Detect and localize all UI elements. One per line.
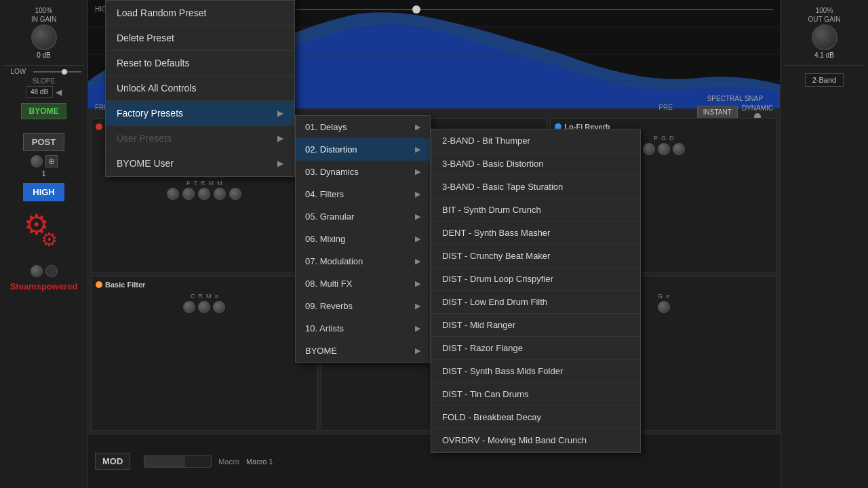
- mixing-arrow: ▶: [415, 235, 420, 243]
- plugin-name-basicfilter: Basic Filter: [105, 281, 145, 289]
- menu-user-presets[interactable]: User Presets ▶: [106, 126, 294, 151]
- menu-load-random[interactable]: Load Random Preset: [106, 1, 294, 26]
- pct-left: 100%: [35, 7, 53, 14]
- bf-k3[interactable]: [213, 301, 225, 313]
- mix-g: G: [658, 293, 663, 300]
- preset-dist-tin-can[interactable]: DIST - Tin Can Drums: [431, 383, 640, 406]
- preset-bit-thumper[interactable]: 2-BAND - Bit Thumper: [431, 129, 640, 152]
- out-gain-label: OUT GAIN: [808, 16, 840, 23]
- mini-k1[interactable]: [167, 188, 179, 200]
- submenu-categories: 01. Delays ▶ 02. Distortion ▶ 03. Dynami…: [295, 115, 431, 363]
- preset-dist-razor[interactable]: DIST - Razor Flange: [431, 337, 640, 360]
- mix-eq: ≡: [666, 293, 669, 300]
- out-gain-db: 4.1 dB: [814, 52, 834, 59]
- menu-unlock-controls[interactable]: Unlock All Controls: [106, 76, 294, 101]
- preset-dent-synth-bass[interactable]: DENT - Synth Bass Masher: [431, 222, 640, 245]
- preset-bit-synth-drum[interactable]: BIT - Synth Drum Crunch: [431, 199, 640, 222]
- left-panel: 100% IN GAIN 0 dB LOW SLOPE 48 dB ◀ BYOM…: [0, 0, 88, 488]
- cat-dynamics[interactable]: 03. Dynamics ▶: [296, 161, 430, 183]
- menu-factory-presets[interactable]: Factory Presets ▶: [106, 101, 294, 126]
- post-button[interactable]: POST: [23, 133, 64, 151]
- circle-control-2[interactable]: [31, 265, 43, 277]
- lofireverb-d: D: [669, 135, 674, 142]
- granular-arrow: ▶: [415, 212, 420, 221]
- left-number: 1: [41, 169, 45, 178]
- cat-filters[interactable]: 04. Filters ▶: [296, 183, 430, 205]
- pct-right: 100%: [816, 7, 833, 14]
- reverbs-arrow: ▶: [415, 302, 420, 310]
- preset-basic-distortion[interactable]: 3-BAND - Basic Distortion: [431, 152, 640, 176]
- preset-basic-tape[interactable]: 3-BAND - Basic Tape Sturation: [431, 176, 640, 199]
- dynamic-label: DYNAMIC: [742, 104, 773, 112]
- mix-k1[interactable]: [658, 301, 670, 313]
- band-label[interactable]: 2-Band: [805, 73, 844, 87]
- cat-mixing[interactable]: 06. Mixing ▶: [296, 228, 430, 250]
- right-panel: 100% OUT GAIN 4.1 dB 2-Band: [780, 0, 868, 488]
- bf-eq: ≡: [214, 293, 218, 300]
- lofireverb-k3[interactable]: [673, 143, 685, 155]
- dynamics-arrow: ▶: [415, 167, 420, 176]
- steam-logo-left: Steamspowered: [10, 281, 78, 291]
- preset-dist-low-end[interactable]: DIST - Low End Drum Filth: [431, 291, 640, 314]
- slope-arrow[interactable]: ◀: [56, 87, 62, 97]
- mod-label[interactable]: MOD: [95, 453, 130, 470]
- lofireverb-p: P: [654, 135, 658, 142]
- user-presets-arrow: ▶: [277, 134, 283, 143]
- high-slider-thumb[interactable]: [412, 5, 420, 14]
- bf-r: R: [198, 293, 203, 300]
- context-menu: Load Random Preset Delete Preset Reset t…: [105, 0, 295, 177]
- slope-title: SLOPE: [33, 77, 55, 85]
- cat-delays[interactable]: 01. Delays ▶: [296, 116, 430, 138]
- in-gain-knob[interactable]: [31, 24, 57, 50]
- bf-k1[interactable]: [183, 301, 195, 313]
- out-gain-knob[interactable]: [812, 24, 837, 50]
- bf-k2[interactable]: [198, 301, 210, 313]
- preset-dist-synth-bass[interactable]: DIST - Synth Bass Mids Folder: [431, 360, 640, 383]
- cat-byome[interactable]: BYOME ▶: [296, 340, 430, 362]
- circle-control-1[interactable]: [31, 155, 43, 167]
- lofireverb-k1[interactable]: [643, 143, 655, 155]
- byome-button[interactable]: BYOME: [21, 103, 66, 119]
- preset-ovrdrv-moving[interactable]: OVRDRV - Moving Mid Band Crunch: [431, 429, 640, 452]
- menu-byome-user[interactable]: BYOME User ▶: [106, 151, 294, 176]
- plugin-status-dot: [96, 123, 102, 130]
- cat-multifx[interactable]: 08. Multi FX ▶: [296, 272, 430, 295]
- macro-label: Macro: [218, 458, 239, 466]
- lofireverb-k2[interactable]: [658, 143, 670, 155]
- crosshair-icon[interactable]: ⊕: [45, 155, 58, 167]
- label-r: R: [201, 180, 205, 186]
- menu-delete-preset[interactable]: Delete Preset: [106, 26, 294, 51]
- pre-label: PRE: [658, 104, 673, 111]
- cat-granular[interactable]: 05. Granular ▶: [296, 205, 430, 228]
- label-f: F: [186, 180, 191, 186]
- cat-artists[interactable]: 10. Artists ▶: [296, 317, 430, 340]
- spectral-snap-label: SPECTRAL SNAP: [707, 95, 763, 102]
- basicfilter-dot: [96, 281, 102, 288]
- slope-value: 48 dB: [26, 86, 53, 98]
- high-button[interactable]: HIGH: [23, 183, 64, 201]
- preset-dist-crunchy[interactable]: DIST - Crunchy Beat Maker: [431, 245, 640, 268]
- preset-list[interactable]: 2-BAND - Bit Thumper 3-BAND - Basic Dist…: [431, 129, 641, 453]
- bf-c: C: [191, 293, 195, 300]
- filters-arrow: ▶: [415, 190, 420, 199]
- preset-dist-mid-ranger[interactable]: DIST - Mid Ranger: [431, 314, 640, 337]
- label-m2: M: [217, 180, 222, 186]
- mini-k3[interactable]: [198, 188, 210, 200]
- factory-presets-arrow: ▶: [277, 108, 283, 118]
- cat-distortion[interactable]: 02. Distortion ▶: [296, 138, 430, 161]
- mini-k4[interactable]: [214, 188, 226, 200]
- cat-reverbs[interactable]: 09. Reverbs ▶: [296, 295, 430, 317]
- byome-user-arrow: ▶: [277, 159, 283, 168]
- circle-control-3[interactable]: [45, 265, 58, 277]
- mini-k2[interactable]: [182, 188, 195, 200]
- mini-k5[interactable]: [229, 188, 241, 200]
- plugin-block-basicfilter: Basic Filter C R M ≡: [91, 276, 318, 431]
- in-gain-label: IN GAIN: [31, 16, 56, 23]
- cat-modulation[interactable]: 07. Modulation ▶: [296, 250, 430, 272]
- byome-arrow: ▶: [415, 346, 420, 355]
- preset-dist-drum-loop[interactable]: DIST - Drum Loop Crispyfier: [431, 268, 640, 291]
- menu-reset-defaults[interactable]: Reset to Defaults: [106, 51, 294, 76]
- slope-label: LOW: [6, 68, 31, 75]
- preset-fold-breakbeat[interactable]: FOLD - Breakbeat Decay: [431, 406, 640, 429]
- distortion-arrow: ▶: [415, 145, 420, 154]
